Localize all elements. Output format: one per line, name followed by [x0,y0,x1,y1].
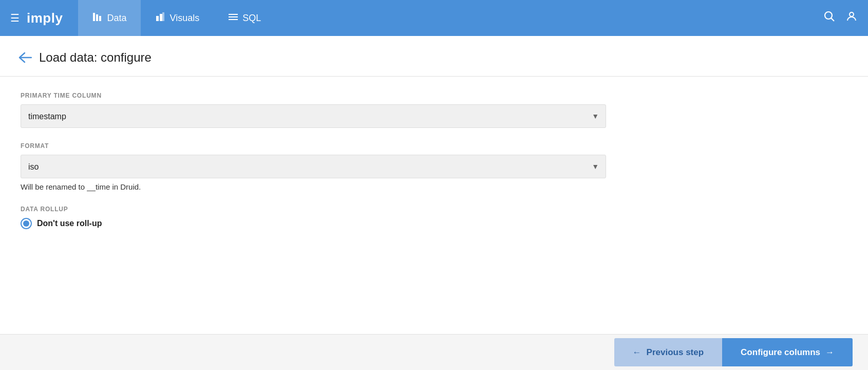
primary-time-column-group: PRIMARY TIME COLUMN timestamp ▼ [21,92,596,128]
prev-label: Previous step [647,347,704,358]
svg-rect-2 [99,16,101,21]
hamburger-icon[interactable]: ☰ [10,13,20,23]
configure-columns-button[interactable]: Configure columns → [722,338,853,366]
rename-hint: Will be renamed to __time in Druid. [21,182,596,191]
main-content: Load data: configure PRIMARY TIME COLUMN… [0,36,868,370]
data-tab-icon [92,12,103,25]
format-wrapper: iso ▼ [21,155,606,178]
primary-time-column-select[interactable]: timestamp [21,104,606,128]
previous-step-button[interactable]: ← Previous step [614,338,723,366]
app-logo: imply [27,10,63,26]
data-rollup-label: DATA ROLLUP [21,206,596,213]
navbar: ☰ imply Data Visuals SQL [0,0,868,36]
no-rollup-radio[interactable] [21,218,32,229]
next-arrow-icon: → [825,347,834,358]
primary-time-column-wrapper: timestamp ▼ [21,104,606,128]
page-header: Load data: configure [0,36,868,77]
nav-tab-visuals-label: Visuals [169,13,199,24]
form-area: PRIMARY TIME COLUMN timestamp ▼ FORMAT i… [0,77,616,259]
bottom-bar: ← Previous step Configure columns → [0,334,868,370]
svg-rect-0 [93,13,95,21]
sql-tab-icon [228,12,238,25]
nav-tab-data-label: Data [107,13,126,24]
svg-rect-6 [229,14,238,15]
nav-tab-visuals[interactable]: Visuals [141,0,214,36]
svg-rect-5 [162,12,164,21]
nav-tab-sql[interactable]: SQL [214,0,275,36]
format-label: FORMAT [21,142,596,150]
no-rollup-label: Don't use roll-up [37,219,102,228]
user-icon[interactable] [845,10,858,26]
nav-tab-data[interactable]: Data [78,0,141,36]
rollup-radio-group: Don't use roll-up [21,218,596,229]
next-label: Configure columns [741,347,820,358]
format-group: FORMAT iso ▼ Will be renamed to __time i… [21,142,596,191]
radio-selected-indicator [23,220,29,227]
svg-line-10 [831,18,834,21]
visuals-tab-icon [155,12,165,25]
primary-time-column-label: PRIMARY TIME COLUMN [21,92,596,99]
search-icon[interactable] [824,11,835,25]
prev-arrow-icon: ← [633,347,641,358]
svg-rect-8 [229,19,238,20]
nav-tab-sql-label: SQL [242,13,261,24]
data-rollup-group: DATA ROLLUP Don't use roll-up [21,206,596,229]
format-select[interactable]: iso [21,155,606,178]
svg-point-9 [825,12,832,19]
svg-rect-4 [160,14,162,21]
svg-rect-7 [229,16,238,17]
svg-rect-1 [96,14,98,21]
svg-rect-3 [156,16,159,21]
svg-point-11 [850,12,854,16]
back-button[interactable] [18,52,32,63]
page-title: Load data: configure [39,50,152,65]
